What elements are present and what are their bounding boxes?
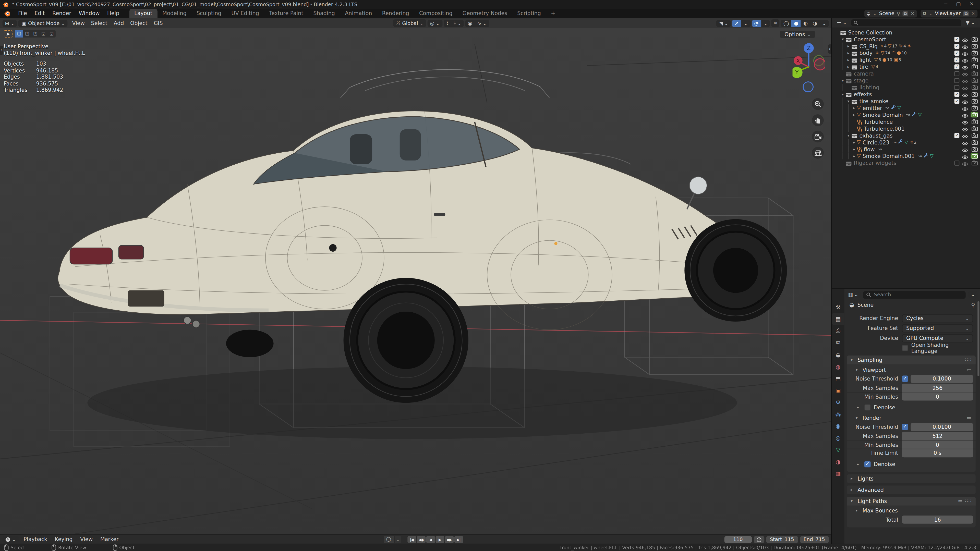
checkbox-denoise[interactable] [864, 404, 870, 410]
frame-start-field[interactable]: Start115 [766, 536, 798, 543]
menu-edit[interactable]: Edit [31, 9, 49, 18]
expand-open-icon[interactable]: ▾ [840, 92, 846, 97]
outliner-row-lighting[interactable]: lighting [832, 84, 980, 91]
hide-eye-icon[interactable] [962, 157, 968, 169]
viewport-menu-view[interactable]: View [69, 20, 88, 26]
transform-orientation-selector[interactable]: ⤯Global⌄ [393, 19, 426, 27]
workspace-tab-modeling[interactable]: Modeling [157, 9, 191, 18]
workspace-tab-compositing[interactable]: Compositing [414, 9, 457, 18]
duplicate-scene-icon[interactable]: ⧉ [903, 11, 908, 16]
timeline-menu-marker[interactable]: Marker [97, 536, 122, 542]
snap-toggle[interactable]: ⌇ [444, 20, 451, 27]
workspace-tab-uv-editing[interactable]: UV Editing [226, 9, 264, 18]
prev-keyframe-button[interactable]: ◀◆ [417, 536, 425, 543]
workspace-tab-animation[interactable]: Animation [340, 9, 377, 18]
properties-tab-material[interactable]: ◑ [832, 456, 845, 468]
shading-solid-button[interactable]: ● [791, 20, 801, 27]
properties-search-input[interactable]: Search [863, 291, 966, 299]
select-intersect-button[interactable]: ◲ [48, 30, 56, 38]
disable-render-camera-icon[interactable] [970, 84, 978, 90]
expand-closed-icon[interactable]: ▸ [846, 50, 851, 56]
mode-selector[interactable]: ▣Object Mode⌄ [18, 20, 68, 27]
gizmos-toggle[interactable]: ↗ [732, 20, 741, 27]
workspace-tab-scripting[interactable]: Scripting [512, 9, 546, 18]
value-field[interactable]: 0.0100 [910, 422, 973, 431]
gizmos-dropdown[interactable]: ⌄ [741, 20, 751, 27]
proportional-editing-toggle[interactable]: ◉ [465, 20, 475, 27]
dropdown-render-engine[interactable]: Cycles⌄ [902, 314, 973, 322]
expand-open-icon[interactable]: ▾ [840, 78, 846, 83]
value-field-max-samples[interactable]: 256 [902, 384, 973, 392]
properties-tab-collection[interactable]: ⬒ [832, 372, 845, 384]
properties-editor-type-button[interactable]: ▥⌄ [846, 291, 861, 298]
minimize-button[interactable]: ─ [944, 0, 947, 9]
workspace-tab-shading[interactable]: Shading [309, 9, 340, 18]
visibility-dropdown[interactable]: ◥⌄ [717, 20, 731, 27]
properties-tab-texture[interactable]: ▩ [832, 467, 845, 479]
timeline-menu-keying[interactable]: Keying [51, 536, 76, 542]
dropdown-feature-set[interactable]: Supported⌄ [902, 324, 973, 332]
expand-closed-icon[interactable]: ▸ [846, 43, 851, 49]
checkbox-denoise[interactable]: ✓ [864, 461, 870, 467]
panel-header-light-paths[interactable]: ▾Light Paths≔ ∷∷ [847, 496, 976, 505]
unlink-viewlayer-icon[interactable]: ✕ [971, 11, 975, 16]
checkbox-noise-threshold[interactable]: ✓ [902, 375, 908, 381]
snap-target-selector[interactable]: ◎⌄ [428, 20, 442, 27]
overlays-toggle[interactable]: ◔ [751, 20, 761, 27]
exclude-checkbox[interactable] [955, 85, 959, 90]
exclude-checkbox[interactable] [955, 160, 959, 165]
shading-wireframe-button[interactable]: ◯ [781, 20, 792, 27]
properties-tab-constraints[interactable]: ◎ [832, 432, 845, 444]
shading-dropdown[interactable]: ⌄ [820, 20, 829, 27]
play-reverse-button[interactable]: ◀ [426, 536, 435, 543]
expand-closed-icon[interactable]: ▸ [851, 140, 857, 145]
properties-options-dropdown[interactable]: ⌄ [968, 291, 977, 298]
pin-icon[interactable]: ⚲ [971, 302, 975, 308]
expand-closed-icon[interactable]: ▸ [851, 146, 857, 152]
collapse-denoise[interactable]: ▸Denoise [847, 402, 976, 413]
value-field-max-samples[interactable]: 512 [902, 432, 973, 440]
expand-closed-icon[interactable]: ▸ [846, 57, 851, 62]
shading-material-button[interactable]: ◐ [801, 20, 810, 27]
jump-to-end-button[interactable]: ▶| [454, 536, 463, 543]
panel-options-icons[interactable]: ∷∷ [965, 357, 972, 362]
expand-closed-icon[interactable]: ▸ [851, 153, 857, 159]
outliner-row-smoke-domain[interactable]: ▸▽Smoke Domain↝▽ [832, 111, 980, 118]
properties-tab-scene[interactable]: ◒ [832, 349, 845, 360]
expand-closed-icon[interactable]: ▸ [851, 105, 857, 111]
blender-menu-icon[interactable] [4, 10, 11, 17]
menu-render[interactable]: Render [48, 9, 75, 18]
panel-options-icons[interactable]: ≔ ∷∷ [958, 499, 972, 503]
menu-help[interactable]: Help [103, 9, 123, 18]
expand-closed-icon[interactable]: ▸ [851, 112, 857, 117]
outliner-row-tire-smoke[interactable]: ▾tire_smoke✓ [832, 97, 980, 104]
collapse-denoise[interactable]: ▸✓Denoise [847, 459, 976, 469]
proportional-falloff-dropdown[interactable]: ∿⌄ [474, 20, 489, 27]
exclude-checkbox[interactable]: ✓ [955, 98, 959, 103]
value-field-min-samples[interactable]: 0 [902, 392, 973, 401]
outliner-display-mode-button[interactable]: ☰⌄ [835, 19, 849, 26]
outliner-row-rigacar-widgets[interactable]: Rigacar widgets [832, 159, 980, 166]
pin-icon[interactable]: ⚲ [897, 11, 900, 16]
properties-tab-particles[interactable]: ⁂ [832, 408, 845, 420]
current-frame-field[interactable]: 110 [724, 536, 752, 543]
expand-open-icon[interactable]: ▾ [840, 37, 846, 41]
disable-render-camera-icon[interactable] [970, 160, 978, 166]
expand-open-icon[interactable]: ▾ [846, 133, 851, 138]
menu-window[interactable]: Window [75, 9, 103, 18]
close-button[interactable]: ✕ [969, 0, 974, 9]
xray-toggle[interactable]: ⧈ [772, 19, 780, 27]
outliner-search-input[interactable] [851, 19, 961, 26]
outliner-row-exhaust-gas[interactable]: ▾exhaust_gas✓ [832, 132, 980, 139]
properties-tab-physics[interactable]: ◉ [832, 420, 845, 432]
properties-tab-object-data[interactable]: ▽ [832, 443, 845, 456]
shading-rendered-button[interactable]: ◑ [810, 20, 820, 27]
value-field[interactable]: 0.1000 [910, 375, 973, 383]
subpanel-viewport[interactable]: ▾Viewport≔ [847, 365, 976, 374]
keying-dropdown[interactable]: ⌄ [395, 536, 401, 543]
select-invert-button[interactable]: ◱ [39, 30, 48, 38]
checkbox-open-shading-language[interactable] [902, 345, 908, 351]
active-tool-icon[interactable]: ➤ [4, 30, 13, 38]
workspace-tab-texture-paint[interactable]: Texture Paint [264, 9, 308, 18]
panel-header-sampling[interactable]: ▾Sampling∷∷ [847, 356, 976, 364]
